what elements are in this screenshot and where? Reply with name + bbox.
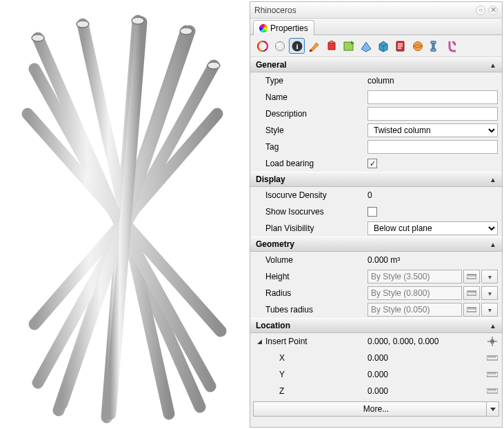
label-type: Type — [265, 76, 367, 86]
label-x: X — [279, 353, 367, 363]
select-plan-visibility[interactable]: Below cut plane — [367, 221, 498, 235]
more-dropdown-icon[interactable] — [486, 402, 498, 416]
svg-point-13 — [180, 28, 192, 34]
input-tubes-radius[interactable] — [367, 303, 462, 317]
row-radius: Radius ▾ — [250, 285, 502, 301]
row-x: X 0.000 — [250, 350, 502, 366]
label-height: Height — [265, 272, 367, 281]
label-y: Y — [279, 370, 367, 379]
close-icon[interactable]: ✕ — [488, 6, 498, 15]
tool-f-button[interactable] — [392, 38, 408, 54]
svg-rect-29 — [431, 41, 436, 43]
row-type: Type column — [250, 72, 502, 89]
tab-bar: Properties — [250, 19, 502, 35]
svg-point-11 — [77, 21, 89, 28]
viewport-3d[interactable] — [0, 0, 248, 429]
svg-text:i: i — [296, 42, 298, 50]
value-z[interactable]: 0.000 — [367, 386, 388, 396]
input-description[interactable] — [367, 107, 498, 121]
checkbox-show-isocurves[interactable] — [367, 207, 377, 217]
tree-toggle-icon[interactable]: ◢ — [256, 338, 263, 345]
section-location[interactable]: Location ▲ — [250, 318, 502, 333]
dropdown-icon[interactable]: ▾ — [481, 286, 498, 300]
properties-panel: Rhinoceros ○ ✕ Properties i — [250, 1, 503, 428]
svg-rect-24 — [398, 43, 403, 45]
tool-d-button[interactable] — [358, 38, 374, 54]
label-show-isocurves: Show Isocurves — [265, 207, 367, 217]
more-label: More... — [363, 404, 389, 414]
panel-titlebar[interactable]: Rhinoceros ○ ✕ — [250, 2, 502, 19]
row-plan-visibility: Plan Visibility Below cut plane — [250, 220, 502, 237]
svg-rect-49 — [487, 356, 498, 360]
measure-icon[interactable] — [463, 286, 480, 300]
value-y[interactable]: 0.000 — [367, 370, 388, 379]
svg-point-17 — [275, 41, 284, 50]
value-x[interactable]: 0.000 — [367, 353, 388, 363]
dropdown-icon[interactable]: ▾ — [481, 303, 498, 317]
svg-rect-25 — [398, 46, 403, 47]
label-style: Style — [265, 126, 367, 135]
ruler-icon[interactable] — [487, 352, 498, 363]
object-type-toolbar: i — [250, 35, 502, 57]
input-radius[interactable] — [367, 286, 462, 300]
value-insert-point[interactable]: 0.000, 0.000, 0.000 — [367, 337, 439, 346]
row-height: Height ▾ — [250, 268, 502, 285]
tab-label: Properties — [270, 23, 308, 33]
value-volume: 0.000 m³ — [367, 255, 498, 265]
label-volume: Volume — [265, 255, 367, 265]
label-isocurve-density: Isocurve Density — [265, 190, 367, 200]
row-tag: Tag — [250, 139, 502, 155]
label-insert-point: Insert Point — [265, 337, 367, 346]
row-load-bearing: Load bearing — [250, 155, 502, 172]
value-isocurve-density[interactable]: 0 — [367, 190, 498, 200]
ruler-icon[interactable] — [487, 386, 498, 397]
tool-b-button[interactable] — [323, 38, 339, 54]
value-type: column — [367, 76, 498, 86]
section-general[interactable]: General ▲ — [250, 57, 502, 72]
tool-a-button[interactable] — [306, 38, 322, 54]
pick-point-icon[interactable] — [487, 336, 498, 347]
section-geometry[interactable]: Geometry ▲ — [250, 237, 502, 252]
input-tag[interactable] — [367, 140, 498, 154]
label-description: Description — [265, 109, 367, 119]
svg-point-12 — [132, 17, 144, 24]
label-plan-visibility: Plan Visibility — [265, 223, 367, 233]
svg-rect-21 — [310, 50, 312, 52]
row-description: Description — [250, 106, 502, 122]
section-title: General — [256, 60, 287, 70]
chevron-up-icon: ▲ — [490, 322, 496, 330]
select-style[interactable]: Twisted column — [367, 123, 498, 137]
svg-point-14 — [208, 62, 220, 69]
tool-g-button[interactable] — [410, 38, 425, 54]
measure-icon[interactable] — [463, 303, 480, 317]
section-display[interactable]: Display ▲ — [250, 172, 502, 187]
tool-h-button[interactable] — [427, 38, 443, 54]
tab-properties[interactable]: Properties — [253, 20, 314, 35]
dropdown-icon[interactable]: ▾ — [481, 270, 498, 283]
svg-rect-30 — [431, 49, 436, 51]
row-name: Name — [250, 89, 502, 106]
tool-e-button[interactable] — [375, 38, 391, 54]
panel-menu-icon[interactable]: ○ — [476, 6, 485, 15]
row-volume: Volume 0.000 m³ — [250, 252, 502, 268]
label-z: Z — [279, 386, 367, 396]
material-button[interactable] — [272, 38, 288, 54]
tool-c-button[interactable] — [341, 38, 356, 54]
input-height[interactable] — [367, 270, 462, 283]
checkbox-load-bearing[interactable] — [367, 159, 377, 168]
object-properties-button[interactable] — [254, 38, 270, 54]
section-title: Geometry — [256, 239, 294, 249]
panel-body: General ▲ Type column Name Description S… — [250, 57, 502, 427]
ruler-icon[interactable] — [487, 369, 498, 380]
more-button[interactable]: More... — [253, 401, 499, 417]
measure-icon[interactable] — [463, 270, 480, 283]
label-radius: Radius — [265, 288, 367, 298]
section-title: Display — [256, 174, 285, 184]
label-name: Name — [265, 92, 367, 102]
label-tubes-radius: Tubes radius — [265, 305, 367, 315]
row-y: Y 0.000 — [250, 366, 502, 383]
label-load-bearing: Load bearing — [265, 159, 367, 168]
input-name[interactable] — [367, 90, 498, 104]
tool-i-button[interactable] — [444, 38, 460, 54]
visualarq-object-button[interactable]: i — [289, 38, 305, 54]
